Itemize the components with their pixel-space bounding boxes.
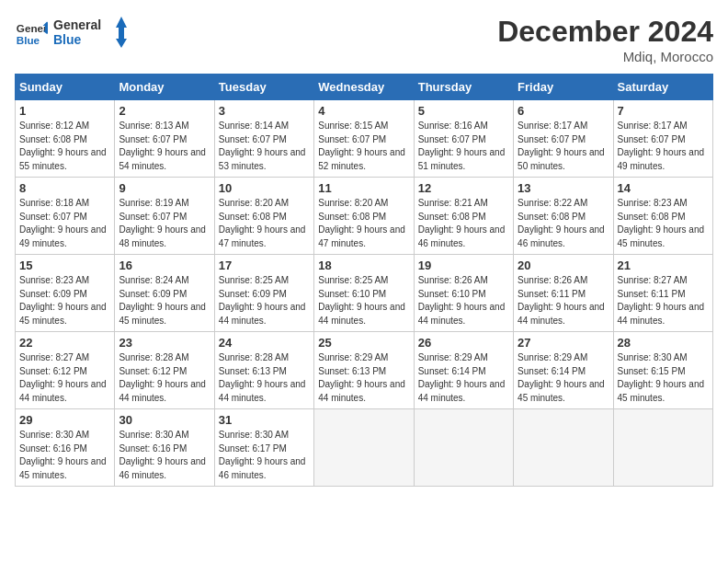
day-number: 7: [618, 104, 709, 118]
calendar-cell: 7Sunrise: 8:17 AMSunset: 6:07 PMDaylight…: [613, 100, 712, 178]
day-info: Sunrise: 8:25 AMSunset: 6:10 PMDaylight:…: [318, 274, 409, 327]
day-info: Sunrise: 8:19 AMSunset: 6:07 PMDaylight:…: [119, 197, 210, 250]
day-number: 28: [618, 336, 709, 350]
calendar-cell: 6Sunrise: 8:17 AMSunset: 6:07 PMDaylight…: [514, 100, 613, 178]
day-info: Sunrise: 8:25 AMSunset: 6:09 PMDaylight:…: [219, 274, 310, 327]
calendar-cell: 4Sunrise: 8:15 AMSunset: 6:07 PMDaylight…: [314, 100, 414, 178]
day-info: Sunrise: 8:23 AMSunset: 6:08 PMDaylight:…: [618, 197, 709, 250]
day-number: 10: [219, 181, 310, 195]
location: Mdiq, Morocco: [497, 49, 713, 64]
svg-text:General: General: [53, 17, 101, 32]
day-number: 13: [518, 181, 609, 195]
day-number: 23: [119, 336, 210, 350]
day-info: Sunrise: 8:27 AMSunset: 6:12 PMDaylight:…: [19, 351, 110, 405]
day-number: 25: [318, 336, 409, 350]
day-info: Sunrise: 8:20 AMSunset: 6:08 PMDaylight:…: [318, 197, 409, 250]
calendar-cell: 12Sunrise: 8:21 AMSunset: 6:08 PMDayligh…: [414, 178, 513, 255]
calendar-cell: 19Sunrise: 8:26 AMSunset: 6:10 PMDayligh…: [414, 255, 513, 332]
calendar-cell: 1Sunrise: 8:12 AMSunset: 6:08 PMDaylight…: [16, 100, 115, 178]
calendar-cell: 21Sunrise: 8:27 AMSunset: 6:11 PMDayligh…: [613, 255, 712, 332]
day-info: Sunrise: 8:28 AMSunset: 6:13 PMDaylight:…: [219, 351, 310, 405]
day-number: 19: [418, 259, 509, 272]
day-number: 24: [219, 336, 310, 350]
day-info: Sunrise: 8:17 AMSunset: 6:07 PMDaylight:…: [518, 120, 609, 173]
day-number: 14: [618, 181, 709, 195]
weekday-header-monday: Monday: [115, 75, 214, 100]
logo: General Blue General Blue: [15, 15, 127, 53]
calendar-cell: 2Sunrise: 8:13 AMSunset: 6:07 PMDaylight…: [115, 100, 214, 178]
week-row-5: 29Sunrise: 8:30 AMSunset: 6:16 PMDayligh…: [16, 409, 713, 487]
day-number: 9: [119, 181, 210, 195]
day-info: Sunrise: 8:15 AMSunset: 6:07 PMDaylight:…: [318, 120, 409, 173]
day-number: 26: [418, 336, 509, 350]
calendar-cell: 28Sunrise: 8:30 AMSunset: 6:15 PMDayligh…: [613, 332, 712, 409]
day-number: 18: [318, 259, 409, 272]
logo-icon: General Blue: [15, 17, 48, 51]
day-number: 12: [418, 181, 509, 195]
day-info: Sunrise: 8:30 AMSunset: 6:16 PMDaylight:…: [119, 429, 210, 482]
calendar-cell: [314, 409, 414, 487]
day-info: Sunrise: 8:13 AMSunset: 6:07 PMDaylight:…: [119, 120, 210, 173]
calendar-cell: 13Sunrise: 8:22 AMSunset: 6:08 PMDayligh…: [514, 178, 613, 255]
title-block: December 2024 Mdiq, Morocco: [497, 15, 713, 64]
day-info: Sunrise: 8:26 AMSunset: 6:11 PMDaylight:…: [518, 274, 609, 327]
day-info: Sunrise: 8:29 AMSunset: 6:13 PMDaylight:…: [318, 351, 409, 405]
calendar-cell: 18Sunrise: 8:25 AMSunset: 6:10 PMDayligh…: [314, 255, 414, 332]
calendar-cell: 22Sunrise: 8:27 AMSunset: 6:12 PMDayligh…: [16, 332, 115, 409]
calendar-table: SundayMondayTuesdayWednesdayThursdayFrid…: [15, 74, 713, 487]
weekday-header-sunday: Sunday: [16, 75, 115, 100]
day-number: 21: [618, 259, 709, 272]
month-title: December 2024: [497, 15, 713, 49]
calendar-cell: 30Sunrise: 8:30 AMSunset: 6:16 PMDayligh…: [115, 409, 214, 487]
calendar-cell: 26Sunrise: 8:29 AMSunset: 6:14 PMDayligh…: [414, 332, 513, 409]
weekday-header-tuesday: Tuesday: [214, 75, 313, 100]
day-info: Sunrise: 8:29 AMSunset: 6:14 PMDaylight:…: [418, 351, 509, 405]
day-number: 20: [518, 259, 609, 272]
week-row-4: 22Sunrise: 8:27 AMSunset: 6:12 PMDayligh…: [16, 332, 713, 409]
calendar-cell: [613, 409, 712, 487]
day-info: Sunrise: 8:28 AMSunset: 6:12 PMDaylight:…: [119, 351, 210, 405]
day-number: 3: [219, 104, 310, 118]
day-number: 8: [19, 181, 110, 195]
day-info: Sunrise: 8:20 AMSunset: 6:08 PMDaylight:…: [219, 197, 310, 250]
logo-svg: General Blue: [53, 15, 127, 50]
day-info: Sunrise: 8:24 AMSunset: 6:09 PMDaylight:…: [119, 274, 210, 327]
calendar-cell: [414, 409, 513, 487]
week-row-3: 15Sunrise: 8:23 AMSunset: 6:09 PMDayligh…: [16, 255, 713, 332]
day-info: Sunrise: 8:22 AMSunset: 6:08 PMDaylight:…: [518, 197, 609, 250]
calendar-cell: 11Sunrise: 8:20 AMSunset: 6:08 PMDayligh…: [314, 178, 414, 255]
day-info: Sunrise: 8:27 AMSunset: 6:11 PMDaylight:…: [618, 274, 709, 327]
day-number: 15: [19, 259, 110, 272]
svg-text:Blue: Blue: [53, 32, 82, 47]
calendar-cell: 23Sunrise: 8:28 AMSunset: 6:12 PMDayligh…: [115, 332, 214, 409]
day-info: Sunrise: 8:12 AMSunset: 6:08 PMDaylight:…: [19, 120, 110, 173]
day-info: Sunrise: 8:30 AMSunset: 6:16 PMDaylight:…: [19, 429, 110, 482]
page-header: General Blue General Blue December 2024 …: [15, 15, 713, 64]
day-info: Sunrise: 8:26 AMSunset: 6:10 PMDaylight:…: [418, 274, 509, 327]
weekday-header-thursday: Thursday: [414, 75, 513, 100]
calendar-cell: 17Sunrise: 8:25 AMSunset: 6:09 PMDayligh…: [214, 255, 313, 332]
calendar-cell: 3Sunrise: 8:14 AMSunset: 6:07 PMDaylight…: [214, 100, 313, 178]
calendar-cell: 27Sunrise: 8:29 AMSunset: 6:14 PMDayligh…: [514, 332, 613, 409]
day-info: Sunrise: 8:30 AMSunset: 6:15 PMDaylight:…: [618, 351, 709, 405]
calendar-cell: 10Sunrise: 8:20 AMSunset: 6:08 PMDayligh…: [214, 178, 313, 255]
calendar-cell: 25Sunrise: 8:29 AMSunset: 6:13 PMDayligh…: [314, 332, 414, 409]
day-number: 16: [119, 259, 210, 272]
svg-marker-5: [116, 17, 127, 48]
day-info: Sunrise: 8:17 AMSunset: 6:07 PMDaylight:…: [618, 120, 709, 173]
day-number: 22: [19, 336, 110, 350]
day-number: 31: [219, 413, 310, 427]
calendar-cell: 20Sunrise: 8:26 AMSunset: 6:11 PMDayligh…: [514, 255, 613, 332]
week-row-2: 8Sunrise: 8:18 AMSunset: 6:07 PMDaylight…: [16, 178, 713, 255]
day-info: Sunrise: 8:14 AMSunset: 6:07 PMDaylight:…: [219, 120, 310, 173]
calendar-cell: 15Sunrise: 8:23 AMSunset: 6:09 PMDayligh…: [16, 255, 115, 332]
calendar-cell: 5Sunrise: 8:16 AMSunset: 6:07 PMDaylight…: [414, 100, 513, 178]
calendar-cell: 24Sunrise: 8:28 AMSunset: 6:13 PMDayligh…: [214, 332, 313, 409]
day-number: 2: [119, 104, 210, 118]
svg-text:General: General: [17, 22, 48, 34]
calendar-cell: 14Sunrise: 8:23 AMSunset: 6:08 PMDayligh…: [613, 178, 712, 255]
day-number: 6: [518, 104, 609, 118]
day-info: Sunrise: 8:23 AMSunset: 6:09 PMDaylight:…: [19, 274, 110, 327]
calendar-cell: 9Sunrise: 8:19 AMSunset: 6:07 PMDaylight…: [115, 178, 214, 255]
day-info: Sunrise: 8:21 AMSunset: 6:08 PMDaylight:…: [418, 197, 509, 250]
